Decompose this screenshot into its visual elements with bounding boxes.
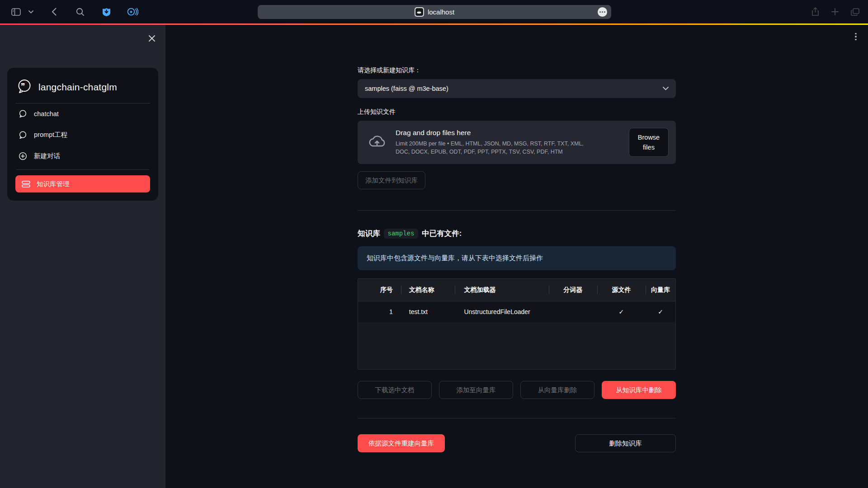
search-icon[interactable] <box>73 5 87 19</box>
app-menu-kebab-icon[interactable] <box>850 30 862 43</box>
sidebar-item-label: 知识库管理 <box>37 180 70 188</box>
share-icon[interactable] <box>808 5 822 19</box>
sidebar-close-icon[interactable] <box>147 34 157 44</box>
extension-shield-icon[interactable] <box>99 5 113 19</box>
kb-select-value: samples (faiss @ m3e-base) <box>365 85 448 92</box>
tab-overview-icon[interactable] <box>848 5 862 19</box>
cloud-upload-icon <box>368 134 387 150</box>
upload-label: 上传知识文件 <box>358 108 676 116</box>
remove-from-vectorstore-button[interactable]: 从向量库删除 <box>520 381 594 399</box>
plus-circle-icon <box>18 152 27 160</box>
table-empty-area <box>358 322 675 369</box>
chat-bubble-icon <box>18 110 27 118</box>
kb-files-heading: 知识库 samples 中已有文件: <box>358 229 676 239</box>
kb-heading-suffix: 中已有文件: <box>422 229 462 239</box>
add-files-to-kb-button[interactable]: 添加文件到知识库 <box>358 171 425 189</box>
new-tab-plus-icon[interactable] <box>828 5 842 19</box>
sidebar-chevron-down-icon[interactable] <box>27 5 34 19</box>
sidebar-item-label: prompt工程 <box>34 131 67 139</box>
download-selected-button[interactable]: 下载选中文档 <box>358 381 432 399</box>
dropzone-title: Drag and drop files here <box>396 129 620 137</box>
section-divider <box>358 210 676 211</box>
column-header: 向量库 <box>646 279 675 301</box>
column-header: 源文件 <box>597 279 646 301</box>
cell-index: 1 <box>358 301 401 322</box>
svg-text:❞: ❞ <box>21 82 25 91</box>
sidebar-nav-card: ❞ langchain-chatglm chatchat <box>7 68 158 201</box>
sidebar: ❞ langchain-chatglm chatchat <box>0 25 165 488</box>
chevron-down-icon <box>663 87 669 90</box>
cell-vector-check: ✓ <box>646 301 675 322</box>
table-row[interactable]: 1 test.txt UnstructuredFileLoader ✓ ✓ <box>358 301 675 322</box>
column-header: 文档名称 <box>401 279 455 301</box>
column-header: 序号 <box>358 279 401 301</box>
extension-cast-icon[interactable] <box>126 5 139 19</box>
main-area: 请选择或新建知识库： samples (faiss @ m3e-base) 上传… <box>165 25 868 488</box>
kb-name-code: samples <box>384 229 419 239</box>
dropzone-hint: Limit 200MB per file • EML, HTML, JSON, … <box>396 140 592 156</box>
sidebar-item-chatchat[interactable]: chatchat <box>15 103 150 124</box>
sidebar-toggle-icon[interactable] <box>9 5 23 19</box>
chat-bubble-icon <box>18 131 27 139</box>
add-to-vectorstore-button[interactable]: 添加至向量库 <box>439 381 513 399</box>
section-divider <box>358 418 676 418</box>
list-icon <box>22 181 30 188</box>
cell-loader: UnstructuredFileLoader <box>455 301 548 322</box>
table-header-row: 序号 文档名称 文档加载器 分词器 源文件 向量库 <box>358 279 675 301</box>
browse-files-button[interactable]: Browse files <box>629 128 669 157</box>
delete-kb-button[interactable]: 删除知识库 <box>575 434 676 452</box>
footer-actions-row: 依据源文件重建向量库 删除知识库 <box>358 434 676 452</box>
app-logo-row: ❞ langchain-chatglm <box>15 75 150 103</box>
column-header: 分词器 <box>549 279 597 301</box>
sidebar-item-knowledge-base-active[interactable]: 知识库管理 <box>15 175 150 192</box>
sidebar-divider <box>16 169 149 170</box>
cell-splitter <box>549 301 597 322</box>
kb-select-dropdown[interactable]: samples (faiss @ m3e-base) <box>358 79 676 98</box>
delete-from-kb-button[interactable]: 从知识库中删除 <box>602 381 676 399</box>
sidebar-item-label: chatchat <box>34 110 59 117</box>
info-message: 知识库中包含源文件与向量库，请从下表中选择文件后操作 <box>358 246 676 270</box>
sidebar-item-label: 新建对话 <box>34 152 60 160</box>
kb-heading-prefix: 知识库 <box>358 229 380 239</box>
cell-filename: test.txt <box>401 301 455 322</box>
url-bar[interactable]: localhost <box>258 5 611 19</box>
kb-files-table[interactable]: 序号 文档名称 文档加载器 分词器 源文件 向量库 1 test.txt Uns… <box>358 278 676 370</box>
file-actions-row: 下载选中文档 添加至向量库 从向量库删除 从知识库中删除 <box>358 381 676 399</box>
site-favicon <box>415 7 424 17</box>
rebuild-vectorstore-button[interactable]: 依据源文件重建向量库 <box>358 434 445 452</box>
back-icon[interactable] <box>47 5 61 19</box>
app-title: langchain-chatglm <box>38 82 117 93</box>
column-header: 文档加载器 <box>455 279 548 301</box>
sidebar-item-prompt[interactable]: prompt工程 <box>15 124 150 145</box>
app-logo-icon: ❞ <box>16 79 33 96</box>
url-text: localhost <box>428 8 454 16</box>
page-options-ellipsis-icon[interactable] <box>598 7 607 17</box>
file-dropzone[interactable]: Drag and drop files here Limit 200MB per… <box>358 121 676 164</box>
sidebar-item-new-chat[interactable]: 新建对话 <box>15 145 150 167</box>
cell-source-check: ✓ <box>597 301 646 322</box>
browser-toolbar: localhost <box>0 0 868 23</box>
kb-select-label: 请选择或新建知识库： <box>358 66 676 75</box>
